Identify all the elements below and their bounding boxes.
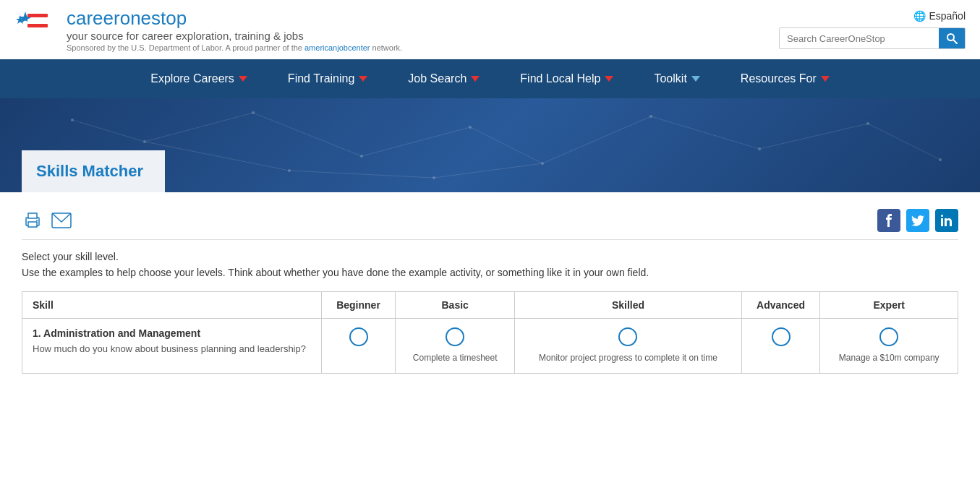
hero-title-box: Skills Matcher [22, 150, 165, 192]
svg-rect-1 [27, 14, 48, 17]
nav-arrow-jobsearch [471, 76, 480, 82]
twitter-share-button[interactable] [906, 209, 929, 232]
svg-line-27 [759, 124, 868, 149]
logo-title: careeronestop [67, 7, 402, 30]
radio-beginner-1[interactable] [322, 319, 396, 374]
expert-example: Manage a $10m company [839, 352, 939, 364]
toolbar-left [22, 212, 72, 229]
radio-expert-1[interactable]: Manage a $10m company [820, 319, 958, 374]
radio-advanced-1[interactable] [741, 319, 820, 374]
social-share-bar [877, 209, 958, 232]
radio-circle-beginner[interactable] [349, 327, 368, 346]
nav-label-training: Find Training [288, 72, 355, 85]
skill-desc-1: How much do you know about business plan… [33, 343, 311, 354]
action-toolbar [22, 203, 958, 240]
search-box [779, 27, 966, 49]
svg-line-25 [542, 116, 651, 163]
globe-icon: 🌐 [913, 10, 926, 22]
search-icon [946, 33, 958, 44]
radio-circle-advanced[interactable] [772, 327, 791, 346]
svg-line-7 [953, 40, 957, 43]
col-header-skilled: Skilled [515, 292, 741, 319]
radio-circle-basic[interactable] [446, 327, 464, 346]
nav-arrow-toolkit [691, 76, 700, 82]
col-header-advanced: Advanced [741, 292, 820, 319]
language-link[interactable]: 🌐 Español [913, 10, 966, 22]
nav-label-explore: Explore Careers [150, 72, 234, 85]
linkedin-icon [941, 215, 953, 226]
hero-banner: Skills Matcher [0, 98, 980, 192]
advanced-label[interactable] [752, 327, 810, 352]
svg-rect-2 [27, 19, 48, 22]
linkedin-share-button[interactable] [935, 209, 958, 232]
nav-item-resources-for[interactable]: Resources For [720, 59, 850, 98]
skill-cell-1: 1. Administration and Management How muc… [22, 319, 322, 374]
print-icon [24, 213, 41, 228]
header: careeronestop your source for career exp… [0, 0, 980, 59]
svg-line-26 [651, 116, 759, 149]
svg-line-31 [434, 163, 542, 178]
svg-line-30 [289, 171, 434, 178]
instructions-section: Select your skill level. Use the example… [22, 251, 958, 278]
nav-item-toolkit[interactable]: Toolkit [634, 59, 720, 98]
email-icon [51, 213, 72, 228]
main-nav: Explore Careers Find Training Job Search… [0, 59, 980, 98]
col-header-skill: Skill [22, 292, 322, 319]
svg-rect-37 [941, 218, 943, 226]
svg-point-38 [941, 215, 943, 217]
nav-label-toolkit: Toolkit [654, 72, 686, 85]
skilled-example: Monitor project progress to complete it … [539, 352, 717, 364]
search-button[interactable] [939, 28, 965, 48]
nav-arrow-localhelp [605, 76, 613, 82]
radio-basic-1[interactable]: Complete a timesheet [395, 319, 514, 374]
svg-line-22 [253, 113, 362, 156]
email-button[interactable] [51, 212, 72, 229]
basic-label[interactable]: Complete a timesheet [406, 327, 504, 364]
nav-item-job-search[interactable]: Job Search [388, 59, 500, 98]
nav-item-find-training[interactable]: Find Training [268, 59, 388, 98]
instruction-line2: Use the examples to help choose your lev… [22, 267, 958, 278]
print-button[interactable] [22, 212, 43, 229]
logo-area: careeronestop your source for career exp… [14, 7, 402, 52]
ajc-link[interactable]: americanjobcenter [304, 43, 370, 52]
skill-name-1: 1. Administration and Management [33, 327, 311, 339]
expert-label[interactable]: Manage a $10m company [830, 327, 947, 364]
svg-line-24 [470, 127, 542, 163]
svg-rect-3 [27, 24, 48, 27]
svg-line-29 [145, 142, 289, 171]
nav-item-explore-careers[interactable]: Explore Careers [130, 59, 268, 98]
svg-marker-5 [16, 15, 25, 24]
facebook-icon [885, 214, 892, 227]
content-area: Select your skill level. Use the example… [0, 192, 980, 385]
logo-text-area: careeronestop your source for career exp… [67, 7, 402, 52]
search-input[interactable] [780, 29, 939, 48]
skilled-label[interactable]: Monitor project progress to complete it … [525, 327, 730, 364]
logo-subtitle: your source for career exploration, trai… [67, 30, 402, 42]
svg-line-28 [868, 124, 940, 160]
nav-item-find-local-help[interactable]: Find Local Help [500, 59, 634, 98]
nav-label-resources: Resources For [741, 72, 817, 85]
radio-circle-skilled[interactable] [618, 327, 637, 346]
svg-rect-4 [27, 29, 48, 33]
twitter-icon [911, 215, 924, 226]
nav-label-localhelp: Find Local Help [520, 72, 600, 85]
nav-arrow-training [359, 76, 367, 82]
language-label: Español [929, 10, 966, 22]
nav-arrow-explore [239, 76, 247, 82]
page-title: Skills Matcher [36, 162, 143, 180]
radio-circle-expert[interactable] [879, 327, 898, 346]
svg-point-35 [36, 220, 38, 221]
col-header-beginner: Beginner [322, 292, 396, 319]
col-header-basic: Basic [395, 292, 514, 319]
radio-skilled-1[interactable]: Monitor project progress to complete it … [515, 319, 741, 374]
beginner-label[interactable] [332, 327, 385, 352]
skill-row-1: 1. Administration and Management How muc… [22, 319, 958, 374]
svg-rect-33 [28, 222, 37, 227]
skills-table: Skill Beginner Basic Skilled Advanced Ex… [22, 291, 958, 374]
svg-line-23 [362, 127, 470, 156]
svg-line-21 [145, 113, 253, 142]
facebook-share-button[interactable] [877, 209, 900, 232]
instruction-line1: Select your skill level. [22, 251, 958, 262]
nav-label-jobsearch: Job Search [408, 72, 466, 85]
nav-arrow-resources [821, 76, 830, 82]
